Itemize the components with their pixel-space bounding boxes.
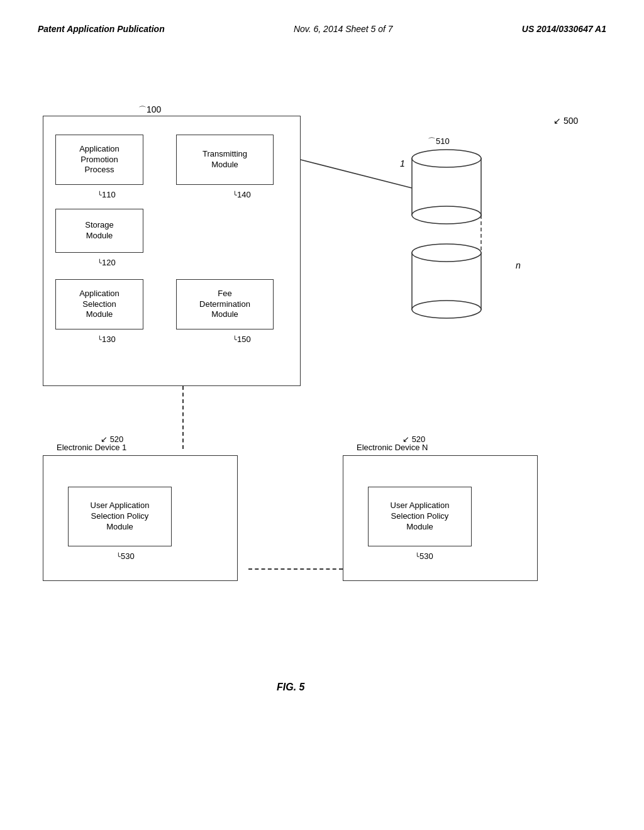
ref-label-510: ⌒510 (428, 136, 450, 147)
ref-label-110: ╰110 (97, 190, 116, 199)
ref-530b-text: 530 (419, 551, 433, 561)
ref-530a-text: 530 (121, 551, 135, 561)
ref-label-150: ╰150 (233, 335, 251, 344)
svg-point-4 (412, 301, 481, 318)
ref-500-text: 500 (564, 116, 578, 126)
svg-line-7 (301, 160, 412, 188)
ref-label-520b: ↙ 520 (402, 434, 425, 444)
app-promo-label: ApplicationPromotionProcess (79, 144, 119, 176)
fig-label: FIG. 5 (277, 682, 304, 693)
ref-120-text: 120 (102, 258, 116, 267)
transmit-label: TransmittingModule (203, 149, 247, 170)
header-right: US 2014/0330647 A1 (522, 24, 606, 34)
label-one: 1 (400, 158, 405, 169)
ref-label-140: ╰140 (233, 190, 251, 199)
svg-point-1 (412, 206, 481, 224)
diagram-area: ⌒100 ApplicationPromotionProcess ╰110 Tr… (0, 53, 644, 776)
device1-label: Electronic Device 1 (57, 443, 126, 452)
ref-label-530b: ╰530 (415, 551, 433, 561)
ref-label-130: ╰130 (97, 335, 116, 344)
ref-110-text: 110 (102, 190, 116, 199)
ref-140-text: 140 (237, 190, 251, 199)
box-app-sel: ApplicationSelectionModule (55, 279, 143, 329)
ref-520b-text: 520 (412, 434, 426, 444)
svg-point-5 (412, 244, 481, 262)
label-n: n (516, 260, 521, 270)
ref-label-100: ⌒100 (138, 104, 161, 116)
box-storage: StorageModule (55, 209, 143, 253)
dashed-vertical-line (182, 386, 184, 449)
storage-label: StorageModule (85, 220, 114, 241)
svg-point-2 (412, 150, 481, 167)
fee-det-label: FeeDeterminationModule (199, 289, 250, 321)
uaspN-label: User ApplicationSelection PolicyModule (391, 501, 450, 533)
box-uasp1: User ApplicationSelection PolicyModule (68, 487, 172, 546)
ref-label-520a: ↙ 520 (101, 434, 123, 444)
ref-150-text: 150 (237, 335, 251, 344)
uasp1-label: User ApplicationSelection PolicyModule (91, 501, 150, 533)
ref-520a-text: 520 (110, 434, 124, 444)
box-fee: FeeDeterminationModule (176, 279, 274, 329)
box-uaspN: User ApplicationSelection PolicyModule (368, 487, 472, 546)
deviceN-label: Electronic Device N (357, 443, 428, 452)
header-center: Nov. 6, 2014 Sheet 5 of 7 (294, 24, 393, 34)
box-transmit: TransmittingModule (176, 135, 274, 185)
ref-label-500: ↙ 500 (553, 116, 578, 126)
header-left: Patent Application Publication (38, 24, 165, 34)
header: Patent Application Publication Nov. 6, 2… (0, 0, 644, 34)
dashed-horiz-line (248, 568, 343, 570)
svg-rect-3 (412, 253, 481, 309)
ref-510-text: 510 (436, 136, 450, 146)
ref-label-120: ╰120 (97, 258, 116, 267)
ref-130-text: 130 (102, 335, 116, 344)
app-sel-label: ApplicationSelectionModule (79, 289, 119, 321)
ref-label-530a: ╰530 (116, 551, 135, 561)
page: { "header": { "left": "Patent Applicatio… (0, 0, 644, 830)
ref-100-text: 100 (147, 104, 161, 114)
box-app-promo: ApplicationPromotionProcess (55, 135, 143, 185)
svg-rect-0 (412, 158, 481, 215)
